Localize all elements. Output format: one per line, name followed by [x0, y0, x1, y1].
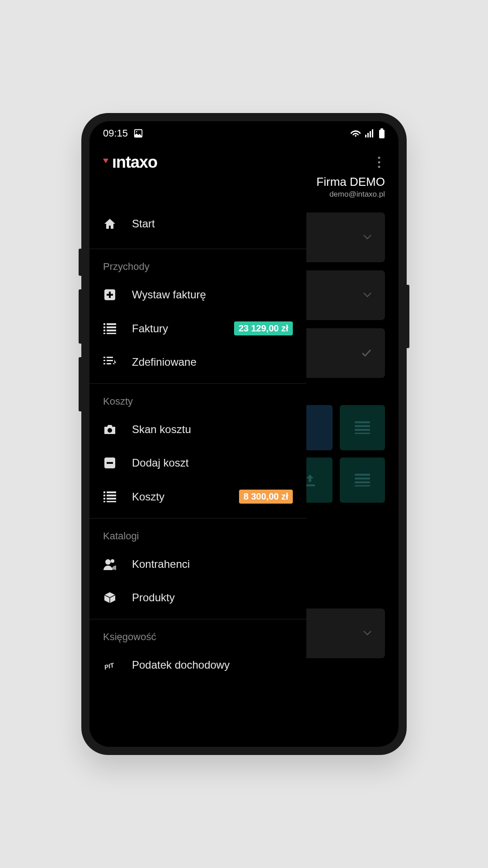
svg-rect-43: [107, 495, 116, 496]
svg-rect-17: [355, 477, 370, 479]
svg-rect-30: [107, 333, 116, 334]
list-icon: [103, 490, 117, 504]
svg-rect-45: [107, 498, 116, 500]
nav-item-scan-cost[interactable]: Skan kosztu: [89, 413, 306, 446]
phone-side-button-right: [407, 285, 409, 348]
svg-rect-12: [355, 425, 370, 427]
nav-label: Produkty: [132, 591, 293, 604]
nav-label: Dodaj koszt: [132, 457, 293, 469]
image-icon: [133, 128, 143, 138]
svg-point-10: [378, 166, 380, 168]
svg-rect-15: [305, 485, 315, 486]
nav-item-invoices[interactable]: Faktury 23 129,00 zł: [89, 311, 306, 345]
plus-square-icon: [103, 288, 117, 302]
bg-tile[interactable]: [340, 458, 385, 503]
svg-rect-25: [103, 326, 105, 328]
svg-rect-2: [365, 135, 366, 137]
invoices-amount-badge: 23 129,00 zł: [234, 321, 293, 335]
svg-rect-24: [107, 323, 116, 325]
camera-icon: [103, 423, 117, 436]
logo-accent-icon: [103, 159, 110, 166]
battery-icon: [379, 128, 385, 138]
svg-text:PIT: PIT: [103, 661, 116, 671]
svg-rect-16: [355, 474, 370, 476]
svg-rect-39: [107, 462, 113, 464]
drawer-content: RODUKTY Start Przychody: [89, 203, 399, 747]
nav-label: Start: [132, 217, 293, 230]
svg-rect-28: [107, 330, 116, 331]
svg-point-37: [108, 428, 112, 433]
navigation-drawer: Start Przychody Wystaw fakturę Faktury 2…: [89, 203, 306, 747]
svg-point-9: [378, 161, 380, 164]
svg-rect-36: [107, 363, 111, 364]
chevron-down-icon: [363, 631, 371, 636]
nav-item-costs[interactable]: Koszty 8 300,00 zł: [89, 480, 306, 514]
svg-rect-47: [107, 501, 116, 502]
svg-rect-32: [107, 357, 113, 358]
nav-section-accounting: Księgowość: [89, 619, 306, 648]
company-name: Firma DEMO: [89, 175, 385, 189]
nav-label: Koszty: [132, 491, 224, 503]
chevron-down-icon: [363, 292, 371, 298]
minus-square-icon: [103, 456, 117, 470]
nav-item-create-invoice[interactable]: Wystaw fakturę: [89, 278, 306, 311]
svg-rect-46: [103, 501, 105, 502]
svg-rect-42: [103, 495, 105, 496]
svg-rect-22: [107, 294, 113, 296]
nav-label: Podatek dochodowy: [132, 659, 293, 671]
svg-rect-23: [103, 323, 105, 325]
status-bar: 09:15: [89, 121, 399, 143]
home-icon: [103, 217, 117, 231]
nav-item-defined[interactable]: Zdefiniowane: [89, 345, 306, 379]
svg-rect-3: [367, 133, 369, 137]
svg-rect-33: [103, 360, 105, 361]
list-arrow-icon: [103, 355, 117, 369]
svg-point-8: [378, 157, 380, 159]
svg-rect-11: [355, 421, 370, 423]
screen: 09:15 ın: [89, 121, 399, 747]
nav-item-contractors[interactable]: Kontrahenci: [89, 547, 306, 581]
svg-rect-18: [355, 481, 370, 483]
logo-text: ıntaxo: [112, 153, 157, 172]
nav-section-income: Przychody: [89, 249, 306, 278]
svg-rect-5: [372, 129, 373, 137]
nav-item-start[interactable]: Start: [89, 203, 306, 244]
more-menu-button[interactable]: [373, 152, 385, 173]
nav-label: Zdefiniowane: [132, 356, 293, 368]
signal-icon: [365, 129, 374, 137]
check-icon: [361, 349, 371, 357]
phone-frame: 09:15 ın: [81, 113, 407, 755]
nav-item-add-cost[interactable]: Dodaj koszt: [89, 446, 306, 480]
company-info: Firma DEMO demo@intaxo.pl: [89, 175, 399, 203]
nav-label: Wystaw fakturę: [132, 288, 293, 301]
svg-rect-34: [107, 360, 113, 361]
svg-rect-7: [379, 130, 385, 138]
nav-label: Kontrahenci: [132, 558, 293, 571]
svg-rect-31: [103, 357, 105, 358]
svg-point-1: [136, 131, 137, 132]
wifi-icon: [351, 129, 361, 137]
nav-label: Faktury: [132, 322, 219, 335]
svg-rect-14: [355, 433, 370, 434]
svg-point-48: [105, 559, 111, 565]
app-logo: ıntaxo: [103, 153, 157, 172]
svg-rect-29: [103, 333, 105, 334]
status-time: 09:15: [103, 127, 128, 139]
nav-section-costs: Koszty: [89, 383, 306, 413]
svg-rect-4: [370, 131, 371, 137]
phone-side-buttons-left: [79, 249, 81, 425]
svg-rect-19: [355, 485, 370, 486]
svg-rect-13: [355, 429, 370, 431]
pit-icon: PIT: [103, 658, 117, 672]
nav-label: Skan kosztu: [132, 423, 293, 436]
svg-rect-6: [380, 128, 383, 130]
box-icon: [103, 591, 117, 604]
costs-amount-badge: 8 300,00 zł: [239, 490, 293, 504]
list-icon: [103, 322, 117, 335]
svg-rect-27: [103, 330, 105, 331]
nav-item-income-tax[interactable]: PIT Podatek dochodowy: [89, 648, 306, 682]
bg-tile[interactable]: [340, 405, 385, 450]
svg-point-49: [111, 559, 114, 563]
nav-section-catalogs: Katalogi: [89, 518, 306, 547]
nav-item-products[interactable]: Produkty: [89, 581, 306, 614]
